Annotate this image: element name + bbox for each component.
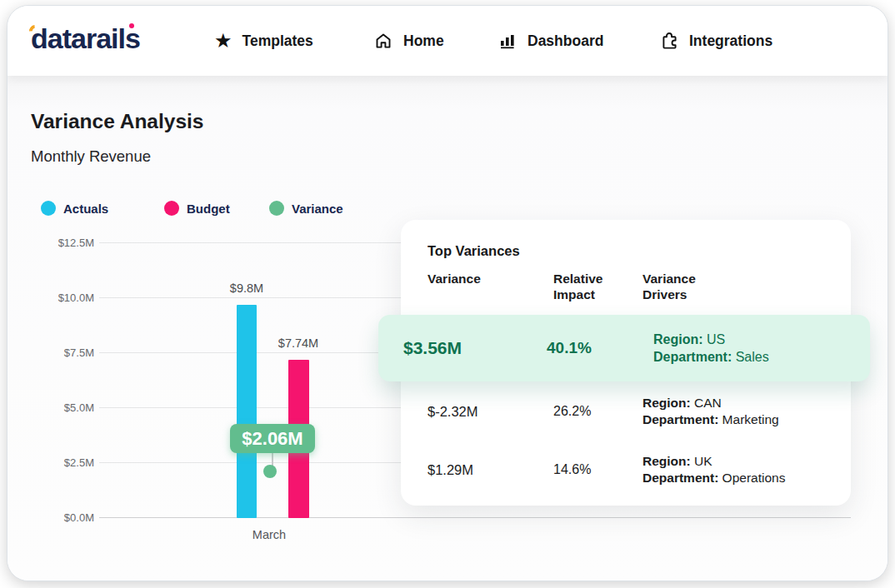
impact-value: 26.2% bbox=[553, 404, 642, 419]
variance-value: $1.29M bbox=[428, 462, 553, 478]
department-label: Department: bbox=[653, 350, 732, 364]
department-label: Department: bbox=[642, 412, 718, 426]
variance-drivers: Region: UK Department: Operations bbox=[642, 453, 828, 486]
nav-label-integrations: Integrations bbox=[689, 32, 772, 50]
nav-item-dashboard[interactable]: Dashboard bbox=[498, 6, 603, 76]
datarails-logo[interactable]: datarails bbox=[31, 22, 140, 61]
nav-item-templates[interactable]: ★ Templates bbox=[214, 6, 313, 76]
department-label: Department: bbox=[642, 471, 718, 485]
y-tick: $12.5M bbox=[24, 237, 94, 249]
column-header-variance: Variance bbox=[428, 272, 502, 303]
page-title: Variance Analysis bbox=[31, 110, 203, 133]
region-value: US bbox=[707, 332, 725, 346]
actuals-dot-icon bbox=[41, 201, 56, 216]
variance-drivers: Region: US Department: Sales bbox=[653, 331, 853, 366]
nav-label-dashboard: Dashboard bbox=[528, 32, 603, 50]
legend-label-actuals: Actuals bbox=[63, 202, 108, 216]
top-variances-title: Top Variances bbox=[428, 243, 520, 259]
region-label: Region: bbox=[653, 332, 703, 346]
variance-drivers: Region: CAN Department: Marketing bbox=[642, 395, 828, 428]
app-window: datarails ★ Templates Home bbox=[7, 5, 888, 581]
nav-item-integrations[interactable]: Integrations bbox=[659, 6, 772, 76]
region-value: CAN bbox=[694, 396, 722, 410]
legend-item-variance[interactable]: Variance bbox=[269, 201, 343, 216]
variance-value: $3.56M bbox=[403, 338, 547, 358]
y-tick: $10.0M bbox=[24, 292, 94, 304]
bar-chart-icon bbox=[498, 31, 518, 51]
logo-pink-dot bbox=[129, 23, 134, 28]
column-header-variance-drivers: Variance Drivers bbox=[642, 272, 718, 303]
puzzle-icon bbox=[659, 31, 679, 51]
impact-value: 40.1% bbox=[547, 339, 653, 357]
budget-value-label: $7.74M bbox=[261, 336, 336, 350]
region-value: UK bbox=[694, 454, 712, 468]
nav-label-home: Home bbox=[403, 32, 444, 50]
page-subtitle: Monthly Revenue bbox=[31, 147, 151, 166]
variance-point[interactable] bbox=[263, 465, 277, 478]
department-value: Marketing bbox=[722, 412, 779, 426]
x-axis-line bbox=[99, 517, 851, 518]
y-tick: $7.5M bbox=[24, 346, 94, 359]
budget-dot-icon bbox=[164, 201, 179, 216]
table-header-row: Variance Relative Impact Variance Driver… bbox=[428, 272, 828, 303]
y-tick: $5.0M bbox=[24, 401, 94, 414]
region-label: Region: bbox=[642, 454, 691, 468]
nav-item-home[interactable]: Home bbox=[373, 6, 444, 76]
y-tick: $0.0M bbox=[24, 511, 94, 524]
table-row-uk-operations[interactable]: $1.29M 14.6% Region: UK Department: Oper… bbox=[428, 445, 828, 495]
main-content: Variance Analysis Monthly Revenue Actual… bbox=[8, 76, 888, 581]
nav-label-templates: Templates bbox=[242, 32, 313, 50]
legend-item-budget[interactable]: Budget bbox=[164, 201, 230, 216]
impact-value: 14.6% bbox=[553, 462, 642, 477]
actuals-value-label: $9.8M bbox=[209, 282, 284, 295]
department-value: Sales bbox=[736, 350, 769, 364]
department-value: Operations bbox=[722, 471, 786, 485]
home-icon bbox=[373, 31, 393, 51]
variance-value: $-2.32M bbox=[428, 404, 553, 420]
x-axis-label-march: March bbox=[236, 528, 302, 541]
legend-item-actuals[interactable]: Actuals bbox=[41, 201, 108, 216]
region-label: Region: bbox=[642, 396, 691, 410]
table-row-can-marketing[interactable]: $-2.32M 26.2% Region: CAN Department: Ma… bbox=[428, 386, 828, 436]
star-icon: ★ bbox=[214, 31, 232, 51]
legend-label-variance: Variance bbox=[292, 202, 343, 216]
variance-value-badge[interactable]: $2.06M bbox=[230, 424, 315, 453]
logo-text: datarails bbox=[31, 22, 140, 54]
actuals-bar[interactable] bbox=[237, 305, 257, 518]
y-tick: $2.5M bbox=[24, 456, 94, 469]
variance-dot-icon bbox=[269, 201, 284, 216]
column-header-relative-impact: Relative Impact bbox=[553, 272, 628, 303]
legend-label-budget: Budget bbox=[187, 202, 230, 216]
top-navigation-bar: datarails ★ Templates Home bbox=[8, 6, 888, 76]
table-row-us-sales-highlighted[interactable]: $3.56M 40.1% Region: US Department: Sale… bbox=[378, 315, 870, 381]
